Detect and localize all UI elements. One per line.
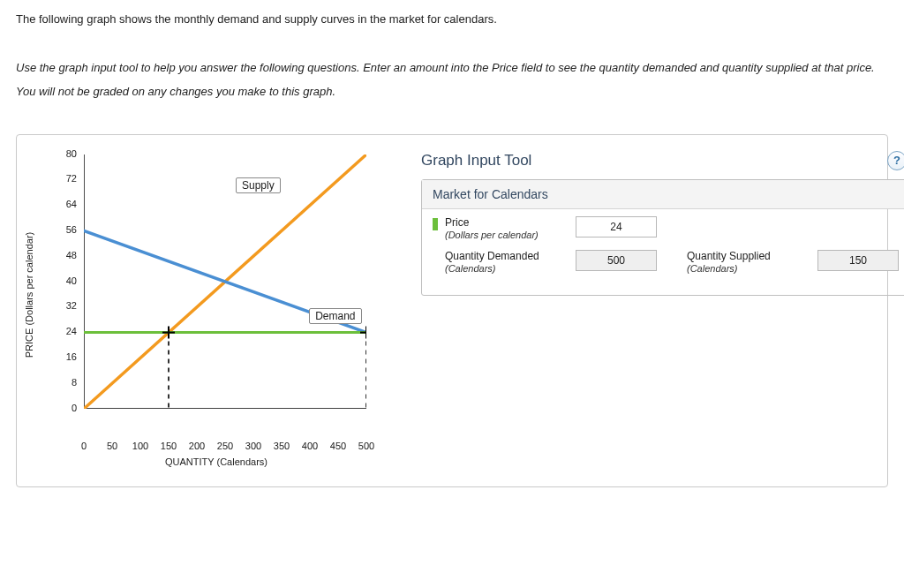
x-axis-label: QUANTITY (Calendars) xyxy=(75,456,358,467)
price-row: Price (Dollars per calendar) 24 xyxy=(433,216,899,242)
plot-svg[interactable] xyxy=(84,155,366,409)
price-sublabel: (Dollars per calendar) xyxy=(445,230,569,242)
tool-section-header: Market for Calendars xyxy=(422,180,904,209)
intro-text-1: The following graph shows the monthly de… xyxy=(16,12,888,26)
price-input[interactable]: 24 xyxy=(576,216,657,237)
graph-panel: PRICE (Dollars per calendar) 08162432404… xyxy=(16,134,888,487)
price-label: Price xyxy=(445,216,569,230)
qd-sublabel: (Calendars) xyxy=(445,263,569,275)
price-swatch-icon xyxy=(433,218,438,230)
qs-output: 150 xyxy=(817,250,899,271)
graph-input-tool: Graph Input Tool ? Market for Calendars … xyxy=(421,149,904,297)
demand-series-label: Demand xyxy=(309,308,361,324)
chart-frame[interactable]: PRICE (Dollars per calendar) 08162432404… xyxy=(33,149,386,441)
intro-text-2: Use the graph input tool to help you ans… xyxy=(16,56,888,104)
supply-series-label: Supply xyxy=(236,177,281,193)
qd-output: 500 xyxy=(576,250,657,271)
x-ticks: 050100150200250300350400450500 xyxy=(84,441,366,455)
help-icon[interactable]: ? xyxy=(887,151,904,170)
y-axis-label: PRICE (Dollars per calendar) xyxy=(24,231,34,357)
plot-area[interactable]: Supply Demand xyxy=(84,155,366,409)
chart-block: PRICE (Dollars per calendar) 08162432404… xyxy=(33,149,403,467)
qd-label: Quantity Demanded xyxy=(445,250,569,263)
tool-title: Graph Input Tool xyxy=(421,152,531,170)
qs-sublabel: (Calendars) xyxy=(687,263,810,275)
quantity-row: Quantity Demanded (Calendars) 500 Quanti… xyxy=(433,250,899,275)
qs-label: Quantity Supplied xyxy=(687,250,810,263)
tool-body: Market for Calendars Price (Dollars per … xyxy=(421,179,904,297)
